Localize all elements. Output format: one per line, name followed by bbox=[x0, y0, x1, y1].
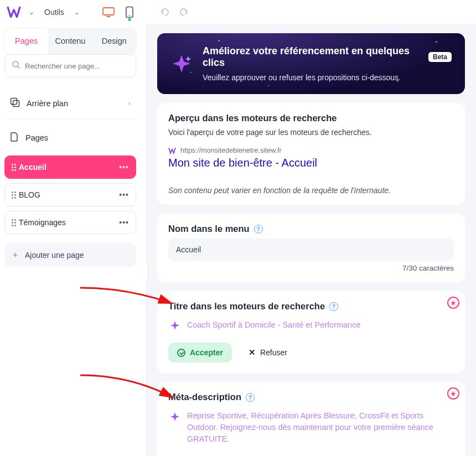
accept-label: Accepter bbox=[190, 348, 223, 357]
more-icon[interactable]: ••• bbox=[119, 218, 129, 227]
background-label: Arrière plan bbox=[27, 99, 68, 108]
seo-title-suggestion: Coach Sportif à Domicile - Santé et Perf… bbox=[187, 319, 361, 331]
meta-desc-suggestion: Reprise Sportive, Récupération Après Ble… bbox=[187, 410, 453, 445]
page-search-input[interactable] bbox=[25, 62, 129, 70]
drag-handle-icon[interactable] bbox=[12, 191, 13, 199]
help-icon[interactable]: ? bbox=[246, 393, 255, 402]
background-icon bbox=[10, 97, 20, 109]
page-item-accueil[interactable]: Accueil ••• bbox=[4, 156, 136, 179]
page-item-temoignages[interactable]: Témoignages ••• bbox=[4, 211, 136, 234]
tab-content[interactable]: Contenu bbox=[48, 29, 92, 54]
ai-suggestion-row: Reprise Sportive, Récupération Après Ble… bbox=[168, 407, 454, 450]
redo-icon[interactable] bbox=[178, 7, 189, 17]
sparkle-icon bbox=[169, 411, 180, 422]
menu-name-heading: Nom dans le menu bbox=[168, 224, 250, 234]
background-row[interactable]: Arrière plan › bbox=[4, 90, 136, 117]
menu-name-input[interactable]: Accueil bbox=[168, 239, 454, 261]
tools-dropdown-icon[interactable]: ⌄ bbox=[72, 8, 82, 16]
logo-icon[interactable] bbox=[7, 5, 21, 19]
sparkle-icon bbox=[169, 320, 180, 331]
serp-note: Son contenu peut varier en fonction de l… bbox=[168, 186, 454, 195]
serp-preview-card: Aperçu dans les moteurs de recherche Voi… bbox=[157, 103, 465, 205]
divider bbox=[4, 119, 136, 120]
banner-title: Améliorez votre référencement en quelque… bbox=[203, 45, 423, 69]
pages-heading-row[interactable]: Pages bbox=[4, 124, 136, 151]
drag-handle-icon[interactable] bbox=[12, 219, 13, 226]
seo-title-heading: Titre dans les moteurs de recherche bbox=[168, 301, 325, 312]
serp-url: https://monsitedebienetre.sitew.fr bbox=[180, 147, 282, 154]
left-sidebar: Pages Contenu Design Arrière plan › Page… bbox=[0, 24, 141, 456]
help-icon[interactable]: ? bbox=[329, 302, 338, 311]
add-page-button[interactable]: ＋ Ajouter une page bbox=[4, 243, 136, 267]
logo-dropdown-icon[interactable]: ⌄ bbox=[27, 8, 37, 16]
seo-banner: Améliorez votre référencement en quelque… bbox=[157, 33, 465, 94]
char-counter: 7/30 caractères bbox=[168, 264, 454, 272]
star-badge-icon: ★ bbox=[447, 387, 459, 400]
meta-desc-card: ★ Méta-description ? Reprise Sportive, R… bbox=[157, 382, 465, 456]
svg-rect-7 bbox=[13, 101, 19, 107]
favicon-icon bbox=[168, 147, 176, 154]
undo-icon[interactable] bbox=[159, 7, 170, 17]
refuse-button[interactable]: ✕ Refuser bbox=[240, 342, 296, 363]
pages-heading-label: Pages bbox=[25, 133, 48, 142]
beta-badge: Beta bbox=[428, 52, 452, 62]
meta-desc-heading: Méta-description bbox=[168, 392, 241, 402]
svg-point-3 bbox=[129, 15, 130, 17]
page-list: Accueil ••• BLOG ••• Témoignages ••• ＋ A… bbox=[4, 156, 136, 267]
plus-icon: ＋ bbox=[11, 250, 19, 260]
chevron-right-icon: › bbox=[128, 99, 131, 107]
accept-button[interactable]: Accepter bbox=[168, 343, 232, 362]
serp-subheading: Voici l'aperçu de votre page sur les mot… bbox=[168, 128, 454, 137]
svg-line-5 bbox=[18, 66, 19, 68]
sidebar-tabs: Pages Contenu Design bbox=[4, 29, 136, 54]
page-item-blog[interactable]: BLOG ••• bbox=[4, 183, 136, 206]
more-icon[interactable]: ••• bbox=[119, 190, 129, 199]
svg-rect-0 bbox=[103, 8, 114, 15]
viewport-mobile-icon[interactable] bbox=[122, 6, 137, 19]
check-icon bbox=[177, 349, 185, 357]
tab-pages[interactable]: Pages bbox=[4, 29, 48, 54]
page-item-label: BLOG bbox=[19, 190, 40, 199]
active-indicator-dot bbox=[128, 18, 131, 21]
page-icon bbox=[10, 132, 19, 143]
star-badge-icon: ★ bbox=[447, 297, 459, 309]
menu-name-card: Nom dans le menu ? Accueil 7/30 caractèr… bbox=[157, 214, 465, 282]
page-item-label: Accueil bbox=[19, 163, 46, 172]
search-icon bbox=[12, 60, 20, 71]
close-icon: ✕ bbox=[249, 348, 256, 357]
help-icon[interactable]: ? bbox=[254, 225, 263, 234]
serp-heading: Aperçu dans les moteurs de recherche bbox=[168, 113, 454, 123]
banner-subtitle: Veuillez approuver ou refuser les propos… bbox=[203, 73, 452, 82]
refuse-label: Refuser bbox=[260, 348, 287, 357]
svg-rect-6 bbox=[11, 99, 17, 105]
drag-handle-icon[interactable] bbox=[12, 164, 13, 171]
top-toolbar: ⌄ Outils ⌄ bbox=[0, 0, 476, 24]
page-item-label: Témoignages bbox=[19, 218, 66, 227]
main-panel: ‹ Améliorez votre référencement en quelq… bbox=[146, 24, 476, 456]
tools-menu[interactable]: Outils bbox=[42, 8, 66, 17]
collapse-sidebar-button[interactable]: ‹ bbox=[146, 261, 148, 281]
sparkle-icon bbox=[170, 53, 193, 75]
more-icon[interactable]: ••• bbox=[119, 163, 129, 172]
seo-title-card: ★ Titre dans les moteurs de recherche ? … bbox=[157, 291, 465, 373]
add-page-label: Ajouter une page bbox=[25, 251, 84, 260]
serp-title: Mon site de bien-être - Accueil bbox=[168, 157, 454, 169]
page-search[interactable] bbox=[4, 54, 136, 77]
viewport-desktop-icon[interactable] bbox=[101, 6, 116, 19]
ai-suggestion-row: Coach Sportif à Domicile - Santé et Perf… bbox=[168, 316, 454, 336]
tab-design[interactable]: Design bbox=[92, 29, 136, 54]
